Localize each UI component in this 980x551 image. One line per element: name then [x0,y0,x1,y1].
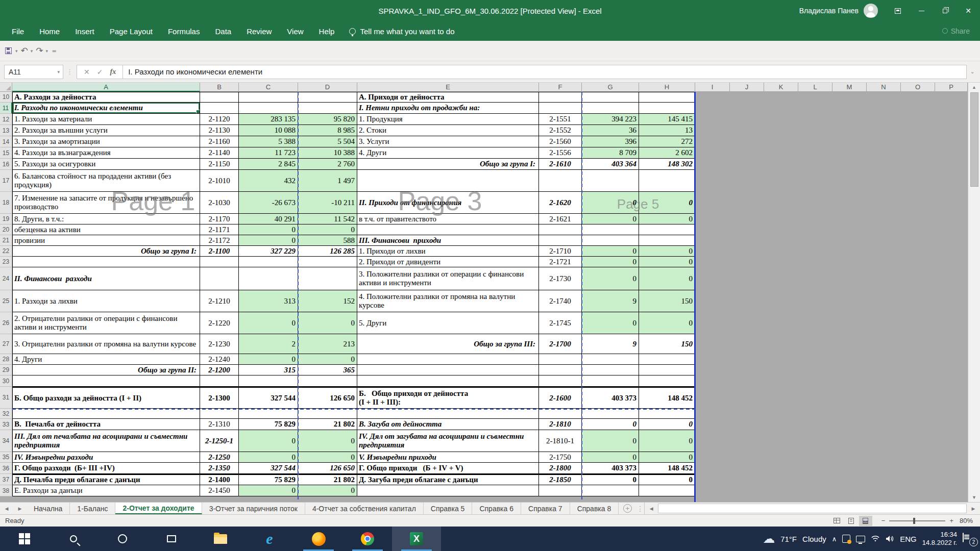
zoom-slider-handle[interactable] [913,518,915,524]
cell-E11[interactable]: I. Нетни приходи от продажби на: [357,103,539,114]
cell-G29[interactable] [582,365,639,375]
cell-H34[interactable]: 0 [639,430,695,452]
row-header-20[interactable]: 20 [0,224,12,235]
cell-G22[interactable]: 0 [582,246,639,257]
cell-H26[interactable]: 0 [639,312,695,334]
cell-A18[interactable]: 7. Изменение на запасите от продукция и … [12,192,200,214]
cell-D20[interactable]: 0 [298,224,357,235]
cell-C14[interactable]: 5 388 [239,136,298,147]
cell-C30[interactable] [239,375,298,387]
cell-H22[interactable]: 0 [639,246,695,257]
row-header-37[interactable]: 37 [0,474,12,485]
cell-G16[interactable]: 403 364 [582,159,639,170]
cell-F15[interactable]: 2-1556 [539,147,582,159]
formula-input[interactable]: I. Разходи по икономически елементи [123,65,967,79]
cell-G18[interactable]: 0 [582,192,639,214]
redo-button[interactable]: ↷ [36,45,43,56]
cell-A29[interactable]: Общо за група II: [12,365,200,375]
cell-G28[interactable] [582,354,639,365]
cell-A17[interactable]: 6. Балансова стойност на продадени актив… [12,170,200,192]
cell-A27[interactable]: 3. Отрицателни разлики от промяна на вал… [12,334,200,354]
cell-A10[interactable]: А. Разходи за дейността [12,92,200,103]
cell-F24[interactable]: 2-1730 [539,267,582,290]
cell-C36[interactable]: 327 544 [239,463,298,474]
cell-A26[interactable]: 2. Отрицателни разлики от операции с фин… [12,312,200,334]
row-header-11[interactable]: 11 [0,103,12,114]
cell-F20[interactable] [539,224,582,235]
cell-E17[interactable] [357,170,539,192]
cell-E24[interactable]: 3. Положителни разлики от операции с фин… [357,267,539,290]
confirm-entry-button[interactable]: ✓ [97,68,103,76]
taskbar-button-explorer[interactable] [196,527,245,551]
cell-E32[interactable] [357,409,539,419]
cell-D11[interactable] [298,103,357,114]
cell-B32[interactable] [200,409,239,419]
cell-B13[interactable]: 2-1130 [200,125,239,136]
cell-A28[interactable]: 4. Други [12,354,200,365]
row-header-34[interactable]: 34 [0,430,12,452]
cell-F35[interactable]: 2-1750 [539,452,582,463]
cell-D23[interactable] [298,257,357,267]
cell-F27[interactable]: 2-1700 [539,334,582,354]
col-header-J[interactable]: J [730,83,764,92]
cell-H12[interactable]: 145 415 [639,114,695,125]
ribbon-tab-home[interactable]: Home [32,21,67,41]
action-center-button[interactable]: 2 [963,533,975,544]
col-header-L[interactable]: L [798,83,832,92]
cell-C25[interactable]: 313 [239,290,298,312]
cell-F28[interactable] [539,354,582,365]
sheet-tab-4[interactable]: 3-Отчет за паричния поток [202,503,305,514]
page-break-preview-button[interactable] [859,516,872,526]
taskbar-button-chrome[interactable] [343,527,392,551]
cell-F13[interactable]: 2-1552 [539,125,582,136]
sheet-tab-8[interactable]: Справка 7 [521,503,570,514]
cell-H32[interactable] [639,409,695,419]
cell-C22[interactable]: 327 229 [239,246,298,257]
sheet-tab-2[interactable]: 1-Баланс [70,503,115,514]
cell-F29[interactable] [539,365,582,375]
wifi-icon[interactable] [871,535,880,542]
cell-B22[interactable]: 2-1100 [200,246,239,257]
cell-C11[interactable] [239,103,298,114]
col-header-H[interactable]: H [639,83,695,92]
cell-G21[interactable] [582,235,639,246]
cell-F14[interactable]: 2-1560 [539,136,582,147]
cell-D29[interactable]: 365 [298,365,357,375]
cell-A24[interactable]: II. Финансови разходи [12,267,200,290]
cell-D16[interactable]: 2 760 [298,159,357,170]
cell-D21[interactable]: 588 [298,235,357,246]
cell-A11[interactable]: I. Разходи по икономически елементи [12,103,200,114]
cell-F12[interactable]: 2-1551 [539,114,582,125]
cell-B11[interactable] [200,103,239,114]
row-header-35[interactable]: 35 [0,452,12,463]
cell-H16[interactable]: 148 302 [639,159,695,170]
ribbon-tab-insert[interactable]: Insert [67,21,102,41]
taskbar-button-ie[interactable]: e [245,527,294,551]
cell-H18[interactable]: 0 [639,192,695,214]
row-header-32[interactable]: 32 [0,409,12,419]
cell-D24[interactable] [298,267,357,290]
cell-G33[interactable]: 0 [582,419,639,430]
cell-A22[interactable]: Общо за група I: [12,246,200,257]
sheet-nav-right-icon[interactable]: ▶ [13,503,27,514]
cell-G35[interactable]: 0 [582,452,639,463]
cell-D25[interactable]: 152 [298,290,357,312]
cell-A16[interactable]: 5. Разходи за осигуровки [12,159,200,170]
taskbar-button-excel[interactable]: X [392,527,441,551]
cell-E10[interactable]: А. Приходи от дейността [357,92,539,103]
row-header-15[interactable]: 15 [0,147,12,159]
cell-G20[interactable] [582,224,639,235]
row-header-31[interactable]: 31 [0,387,12,409]
cell-E14[interactable]: 3. Услуги [357,136,539,147]
col-header-F[interactable]: F [539,83,582,92]
cell-C34[interactable]: 0 [239,430,298,452]
cell-B12[interactable]: 2-1120 [200,114,239,125]
row-header-22[interactable]: 22 [0,246,12,257]
cell-B36[interactable]: 2-1350 [200,463,239,474]
cell-C23[interactable] [239,257,298,267]
col-header-N[interactable]: N [867,83,901,92]
row-header-30[interactable]: 30 [0,375,12,387]
cell-D38[interactable]: 0 [298,485,357,496]
cell-B35[interactable]: 2-1250 [200,452,239,463]
name-box[interactable]: A11 ▾ [4,65,63,79]
